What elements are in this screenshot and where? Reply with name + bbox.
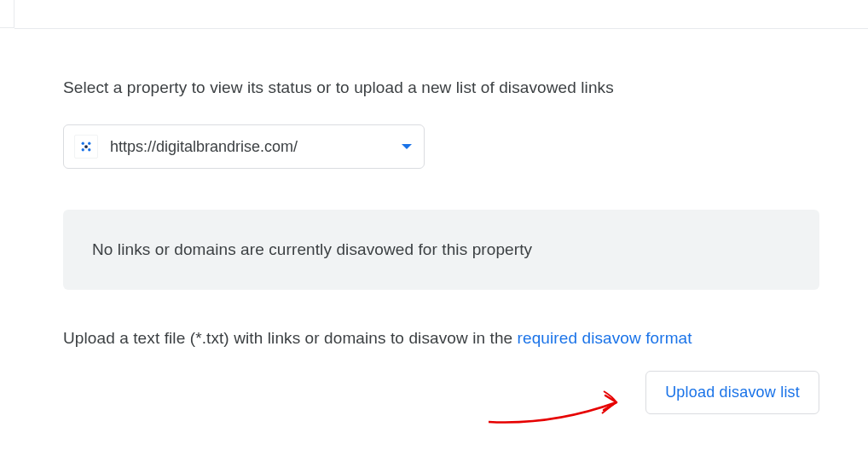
sidebar-edge <box>0 0 14 28</box>
svg-point-4 <box>88 148 90 151</box>
upload-button-row: Upload disavow list <box>63 371 819 414</box>
svg-point-0 <box>82 142 84 145</box>
instruction-text: Select a property to view its status or … <box>63 78 819 97</box>
chevron-down-icon <box>402 144 412 149</box>
status-message: No links or domains are currently disavo… <box>92 240 532 258</box>
svg-point-3 <box>82 148 84 151</box>
selected-property-label: https://digitalbrandrise.com/ <box>110 138 391 156</box>
svg-point-2 <box>84 145 88 148</box>
disavow-format-link[interactable]: required disavow format <box>518 329 692 347</box>
property-select-dropdown[interactable]: https://digitalbrandrise.com/ <box>63 124 425 169</box>
property-favicon-icon <box>74 135 98 159</box>
status-panel: No links or domains are currently disavo… <box>63 210 819 290</box>
upload-disavow-list-button[interactable]: Upload disavow list <box>645 371 819 414</box>
upload-description: Upload a text file (*.txt) with links or… <box>63 326 819 350</box>
upload-description-text: Upload a text file (*.txt) with links or… <box>63 329 518 347</box>
main-content: Select a property to view its status or … <box>14 29 868 456</box>
svg-point-1 <box>88 142 90 145</box>
